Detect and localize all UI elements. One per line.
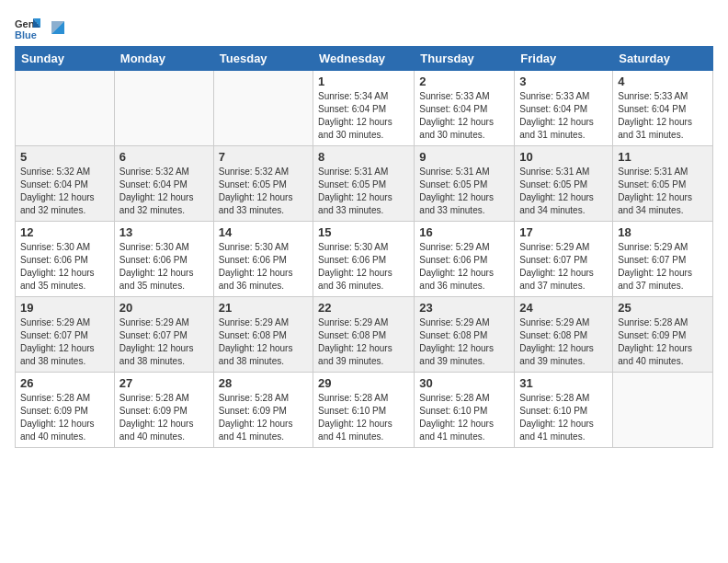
table-row: 5Sunrise: 5:32 AMSunset: 6:04 PMDaylight… xyxy=(16,146,115,222)
calendar-table: SundayMondayTuesdayWednesdayThursdayFrid… xyxy=(15,46,713,448)
table-row: 6Sunrise: 5:32 AMSunset: 6:04 PMDaylight… xyxy=(114,146,213,222)
table-row: 2Sunrise: 5:33 AMSunset: 6:04 PMDaylight… xyxy=(415,71,515,146)
day-number: 29 xyxy=(318,376,409,390)
logo-icon: General Blue xyxy=(15,15,40,40)
day-content: Sunrise: 5:32 AMSunset: 6:04 PMDaylight:… xyxy=(119,166,209,217)
table-row: 28Sunrise: 5:28 AMSunset: 6:09 PMDayligh… xyxy=(213,373,313,448)
table-row: 7Sunrise: 5:32 AMSunset: 6:05 PMDaylight… xyxy=(213,146,313,222)
table-row: 12Sunrise: 5:30 AMSunset: 6:06 PMDayligh… xyxy=(16,222,115,297)
table-row: 26Sunrise: 5:28 AMSunset: 6:09 PMDayligh… xyxy=(16,373,115,448)
table-row: 20Sunrise: 5:29 AMSunset: 6:07 PMDayligh… xyxy=(114,297,213,373)
day-number: 10 xyxy=(519,150,608,164)
day-number: 4 xyxy=(618,75,708,88)
header: General Blue xyxy=(15,15,713,40)
col-header-wednesday: Wednesday xyxy=(313,47,415,71)
day-number: 20 xyxy=(119,301,209,315)
day-number: 26 xyxy=(20,376,109,390)
day-content: Sunrise: 5:30 AMSunset: 6:06 PMDaylight:… xyxy=(219,241,308,293)
calendar-week-row: 5Sunrise: 5:32 AMSunset: 6:04 PMDaylight… xyxy=(16,146,713,222)
calendar-week-row: 12Sunrise: 5:30 AMSunset: 6:06 PMDayligh… xyxy=(16,222,713,297)
day-content: Sunrise: 5:31 AMSunset: 6:05 PMDaylight:… xyxy=(519,166,608,217)
day-content: Sunrise: 5:28 AMSunset: 6:09 PMDaylight:… xyxy=(119,392,209,443)
day-number: 31 xyxy=(519,376,608,390)
day-number: 15 xyxy=(318,225,409,239)
day-content: Sunrise: 5:29 AMSunset: 6:08 PMDaylight:… xyxy=(519,316,608,368)
table-row: 9Sunrise: 5:31 AMSunset: 6:05 PMDaylight… xyxy=(415,146,515,222)
table-row: 4Sunrise: 5:33 AMSunset: 6:04 PMDaylight… xyxy=(613,71,713,146)
table-row xyxy=(16,71,115,146)
day-content: Sunrise: 5:33 AMSunset: 6:04 PMDaylight:… xyxy=(519,90,608,142)
day-number: 3 xyxy=(519,75,608,88)
day-number: 25 xyxy=(618,301,708,315)
table-row: 27Sunrise: 5:28 AMSunset: 6:09 PMDayligh… xyxy=(114,373,213,448)
day-number: 27 xyxy=(119,376,209,390)
calendar-week-row: 19Sunrise: 5:29 AMSunset: 6:07 PMDayligh… xyxy=(16,297,713,373)
day-number: 30 xyxy=(419,376,509,390)
day-content: Sunrise: 5:29 AMSunset: 6:07 PMDaylight:… xyxy=(618,241,708,293)
calendar-week-row: 1Sunrise: 5:34 AMSunset: 6:04 PMDaylight… xyxy=(16,71,713,146)
col-header-monday: Monday xyxy=(114,47,213,71)
col-header-thursday: Thursday xyxy=(415,47,515,71)
day-content: Sunrise: 5:30 AMSunset: 6:06 PMDaylight:… xyxy=(119,241,209,293)
day-content: Sunrise: 5:32 AMSunset: 6:05 PMDaylight:… xyxy=(219,166,308,217)
table-row xyxy=(213,71,313,146)
day-content: Sunrise: 5:29 AMSunset: 6:08 PMDaylight:… xyxy=(419,316,509,368)
day-content: Sunrise: 5:29 AMSunset: 6:06 PMDaylight:… xyxy=(419,241,509,293)
day-content: Sunrise: 5:34 AMSunset: 6:04 PMDaylight:… xyxy=(318,90,409,142)
day-number: 12 xyxy=(20,225,109,239)
day-number: 7 xyxy=(219,150,308,164)
table-row: 31Sunrise: 5:28 AMSunset: 6:10 PMDayligh… xyxy=(515,373,613,448)
table-row: 21Sunrise: 5:29 AMSunset: 6:08 PMDayligh… xyxy=(213,297,313,373)
day-content: Sunrise: 5:28 AMSunset: 6:10 PMDaylight:… xyxy=(519,392,608,443)
table-row: 29Sunrise: 5:28 AMSunset: 6:10 PMDayligh… xyxy=(313,373,415,448)
table-row: 19Sunrise: 5:29 AMSunset: 6:07 PMDayligh… xyxy=(16,297,115,373)
day-number: 23 xyxy=(419,301,509,315)
day-content: Sunrise: 5:33 AMSunset: 6:04 PMDaylight:… xyxy=(419,90,509,142)
day-number: 24 xyxy=(519,301,608,315)
table-row: 10Sunrise: 5:31 AMSunset: 6:05 PMDayligh… xyxy=(515,146,613,222)
day-content: Sunrise: 5:31 AMSunset: 6:05 PMDaylight:… xyxy=(618,166,708,217)
day-content: Sunrise: 5:33 AMSunset: 6:04 PMDaylight:… xyxy=(618,90,708,142)
col-header-saturday: Saturday xyxy=(613,47,713,71)
table-row: 16Sunrise: 5:29 AMSunset: 6:06 PMDayligh… xyxy=(415,222,515,297)
logo: General Blue xyxy=(15,15,68,40)
table-row: 15Sunrise: 5:30 AMSunset: 6:06 PMDayligh… xyxy=(313,222,415,297)
table-row: 14Sunrise: 5:30 AMSunset: 6:06 PMDayligh… xyxy=(213,222,313,297)
day-number: 6 xyxy=(119,150,209,164)
table-row: 13Sunrise: 5:30 AMSunset: 6:06 PMDayligh… xyxy=(114,222,213,297)
day-content: Sunrise: 5:28 AMSunset: 6:09 PMDaylight:… xyxy=(219,392,308,443)
logo-triangle-icon xyxy=(48,17,68,38)
day-number: 16 xyxy=(419,225,509,239)
day-number: 21 xyxy=(219,301,308,315)
table-row: 23Sunrise: 5:29 AMSunset: 6:08 PMDayligh… xyxy=(415,297,515,373)
day-content: Sunrise: 5:30 AMSunset: 6:06 PMDaylight:… xyxy=(318,241,409,293)
calendar-header-row: SundayMondayTuesdayWednesdayThursdayFrid… xyxy=(16,47,713,71)
day-content: Sunrise: 5:28 AMSunset: 6:09 PMDaylight:… xyxy=(618,316,708,368)
day-content: Sunrise: 5:28 AMSunset: 6:10 PMDaylight:… xyxy=(318,392,409,443)
day-number: 1 xyxy=(318,75,409,88)
col-header-sunday: Sunday xyxy=(16,47,115,71)
table-row: 24Sunrise: 5:29 AMSunset: 6:08 PMDayligh… xyxy=(515,297,613,373)
day-number: 28 xyxy=(219,376,308,390)
day-number: 13 xyxy=(119,225,209,239)
day-number: 19 xyxy=(20,301,109,315)
table-row: 22Sunrise: 5:29 AMSunset: 6:08 PMDayligh… xyxy=(313,297,415,373)
table-row: 11Sunrise: 5:31 AMSunset: 6:05 PMDayligh… xyxy=(613,146,713,222)
day-content: Sunrise: 5:29 AMSunset: 6:08 PMDaylight:… xyxy=(318,316,409,368)
day-number: 14 xyxy=(219,225,308,239)
day-content: Sunrise: 5:31 AMSunset: 6:05 PMDaylight:… xyxy=(419,166,509,217)
day-number: 22 xyxy=(318,301,409,315)
day-content: Sunrise: 5:29 AMSunset: 6:07 PMDaylight:… xyxy=(20,316,109,368)
day-content: Sunrise: 5:29 AMSunset: 6:07 PMDaylight:… xyxy=(119,316,209,368)
day-number: 17 xyxy=(519,225,608,239)
table-row: 8Sunrise: 5:31 AMSunset: 6:05 PMDaylight… xyxy=(313,146,415,222)
table-row: 17Sunrise: 5:29 AMSunset: 6:07 PMDayligh… xyxy=(515,222,613,297)
day-content: Sunrise: 5:29 AMSunset: 6:07 PMDaylight:… xyxy=(519,241,608,293)
day-number: 9 xyxy=(419,150,509,164)
table-row xyxy=(114,71,213,146)
day-content: Sunrise: 5:28 AMSunset: 6:10 PMDaylight:… xyxy=(419,392,509,443)
table-row: 1Sunrise: 5:34 AMSunset: 6:04 PMDaylight… xyxy=(313,71,415,146)
day-number: 2 xyxy=(419,75,509,88)
day-content: Sunrise: 5:32 AMSunset: 6:04 PMDaylight:… xyxy=(20,166,109,217)
col-header-friday: Friday xyxy=(515,47,613,71)
